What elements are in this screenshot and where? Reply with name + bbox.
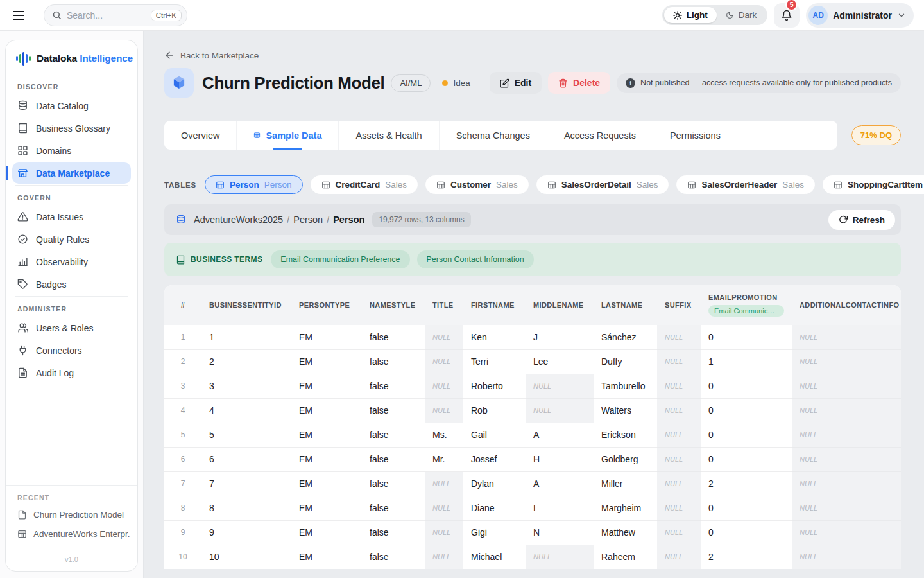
table-icon xyxy=(687,180,696,189)
theme-light-button[interactable]: Light xyxy=(664,7,717,23)
col-header-emailpromotion[interactable]: EMAILPROMOTIONEmail Communication... xyxy=(701,285,792,325)
table-cell: 0 xyxy=(701,423,792,447)
table-cell-null: NULL xyxy=(792,349,901,374)
breadcrumb-part[interactable]: AdventureWorks2025 xyxy=(194,215,283,225)
table-chip-salesorderdetail[interactable]: SalesOrderDetailSales xyxy=(536,175,669,194)
col-header-title[interactable]: TITLE xyxy=(425,285,463,325)
tab-sample-data[interactable]: Sample Data xyxy=(237,121,339,150)
table-row[interactable]: 99EMfalseNULLGigiNMatthewNULL0NULL xyxy=(164,520,901,545)
brand-logo[interactable]: Dataloka Intelligence xyxy=(6,40,137,74)
table-row[interactable]: 88EMfalseNULLDianeLMargheimNULL0NULL xyxy=(164,496,901,520)
tab-schema-changes[interactable]: Schema Changes xyxy=(440,121,547,150)
table-cell-null: NULL xyxy=(657,496,701,520)
table-chip-salesorderheader[interactable]: SalesOrderHeaderSales xyxy=(676,175,815,194)
table-cell: Mr. xyxy=(425,447,463,471)
business-term-chip-email-communication-preference[interactable]: Email Communication Preference xyxy=(271,250,409,268)
table-cell-null: NULL xyxy=(425,325,463,349)
col-header-persontype[interactable]: PERSONTYPE xyxy=(291,285,362,325)
refresh-button[interactable]: Refresh xyxy=(828,210,895,230)
tab-label: Schema Changes xyxy=(456,130,530,141)
sidebar-item-badges[interactable]: Badges xyxy=(12,274,131,295)
table-row[interactable]: 66EMfalseMr.JossefHGoldbergNULL0NULL xyxy=(164,447,901,471)
theme-light-label: Light xyxy=(687,10,708,20)
table-icon xyxy=(834,180,843,189)
table-cell: Margheim xyxy=(594,496,657,520)
col-header-index[interactable]: # xyxy=(164,285,201,325)
col-header-middlename[interactable]: MIDDLENAME xyxy=(526,285,594,325)
col-header-additionalcontactinfo[interactable]: ADDITIONALCONTACTINFO xyxy=(792,285,901,325)
business-terms-bar: BUSINESS TERMS Email Communication Prefe… xyxy=(164,243,901,276)
refresh-label: Refresh xyxy=(853,215,885,225)
business-term-chip-person-contact-information[interactable]: Person Contact Information xyxy=(417,250,534,268)
table-cell-null: NULL xyxy=(425,349,463,374)
info-icon: i xyxy=(626,78,635,88)
table-cell-null: NULL xyxy=(425,374,463,398)
table-cell: EM xyxy=(291,471,362,496)
table-cell-null: NULL xyxy=(425,545,463,569)
sidebar-item-observability[interactable]: Observability xyxy=(12,251,131,272)
table-cell-null: NULL xyxy=(657,423,701,447)
table-cell: Ken xyxy=(463,325,526,349)
table-icon xyxy=(17,529,27,539)
table-cell: Erickson xyxy=(594,423,657,447)
table-chip-person[interactable]: PersonPerson xyxy=(205,175,303,194)
table-row[interactable]: 11EMfalseNULLKenJSánchezNULL0NULL xyxy=(164,325,901,349)
tab-overview[interactable]: Overview xyxy=(164,121,237,150)
user-menu[interactable]: AD Administrator xyxy=(806,3,914,28)
table-cell: L xyxy=(526,496,594,520)
col-header-suffix[interactable]: SUFFIX xyxy=(657,285,701,325)
theme-dark-button[interactable]: Dark xyxy=(717,7,766,23)
recent-item-adventureworks-enterpr[interactable]: AdventureWorks Enterpr... xyxy=(13,525,130,543)
sidebar-item-domains[interactable]: Domains xyxy=(12,140,131,161)
table-cell: Duffy xyxy=(594,349,657,374)
table-chip-creditcard[interactable]: CreditCardSales xyxy=(311,175,418,194)
rows-columns-badge: 19,972 rows, 13 columns xyxy=(372,212,470,227)
tab-assets-health[interactable]: Assets & Health xyxy=(339,121,439,150)
menu-icon[interactable] xyxy=(13,11,24,20)
table-cell-null: NULL xyxy=(792,374,901,398)
sidebar-item-business-glossary[interactable]: Business Glossary xyxy=(12,118,131,139)
table-row[interactable]: 1010EMfalseNULLMichaelNULLRaheemNULL2NUL… xyxy=(164,545,901,569)
table-chip-shoppingcartitem[interactable]: ShoppingCartItemSales xyxy=(823,175,924,194)
sidebar-item-data-issues[interactable]: Data Issues xyxy=(12,206,131,227)
check-icon xyxy=(17,234,28,245)
table-cell: Gigi xyxy=(463,520,526,545)
table-row[interactable]: 22EMfalseNULLTerriLeeDuffyNULL1NULL xyxy=(164,349,901,374)
table-cell: Jossef xyxy=(463,447,526,471)
recent-item-churn-prediction-model[interactable]: Churn Prediction Model xyxy=(13,505,130,524)
col-header-firstname[interactable]: FIRSTNAME xyxy=(463,285,526,325)
notifications-button[interactable]: 5 xyxy=(774,3,800,28)
back-to-marketplace-link[interactable]: Back to Marketplace xyxy=(164,50,259,60)
sidebar-item-label: Audit Log xyxy=(36,368,74,378)
table-row[interactable]: 77EMfalseNULLDylanAMillerNULL2NULL xyxy=(164,471,901,496)
breadcrumb-part[interactable]: Person xyxy=(293,215,323,225)
tab-permissions[interactable]: Permissions xyxy=(653,121,737,150)
sidebar-item-label: Observability xyxy=(36,257,88,267)
sidebar: Dataloka Intelligence DISCOVERData Catal… xyxy=(0,31,144,578)
col-header-businessentityid[interactable]: BUSINESSENTITYID xyxy=(201,285,291,325)
table-cell: false xyxy=(362,520,425,545)
sidebar-item-audit-log[interactable]: Audit Log xyxy=(12,362,131,383)
col-header-namestyle[interactable]: NAMESTYLE xyxy=(362,285,425,325)
search-input[interactable]: Search... Ctrl+K xyxy=(44,4,187,26)
sidebar-item-data-marketplace[interactable]: Data Marketplace xyxy=(12,162,131,184)
sidebar-item-users-roles[interactable]: Users & Roles xyxy=(12,317,131,338)
brand-name: Dataloka xyxy=(37,53,77,64)
edit-button[interactable]: Edit xyxy=(490,72,542,94)
table-cell: 6 xyxy=(201,447,291,471)
status-badge: Idea xyxy=(442,78,470,88)
bell-icon xyxy=(781,10,792,21)
sidebar-item-data-catalog[interactable]: Data Catalog xyxy=(12,95,131,116)
search-placeholder: Search... xyxy=(67,10,146,21)
table-row[interactable]: 33EMfalseNULLRobertoNULLTamburelloNULL0N… xyxy=(164,374,901,398)
tab-access-requests[interactable]: Access Requests xyxy=(547,121,653,150)
sidebar-item-quality-rules[interactable]: Quality Rules xyxy=(12,229,131,250)
table-cell: EM xyxy=(291,325,362,349)
col-header-lastname[interactable]: LASTNAME xyxy=(594,285,657,325)
table-row[interactable]: 55EMfalseMs.GailAEricksonNULL0NULL xyxy=(164,423,901,447)
table-chip-customer[interactable]: CustomerSales xyxy=(425,175,529,194)
sidebar-item-connectors[interactable]: Connectors xyxy=(12,340,131,361)
table-row[interactable]: 44EMfalseNULLRobNULLWaltersNULL0NULL xyxy=(164,398,901,423)
delete-label: Delete xyxy=(573,78,600,88)
delete-button[interactable]: Delete xyxy=(548,72,610,94)
